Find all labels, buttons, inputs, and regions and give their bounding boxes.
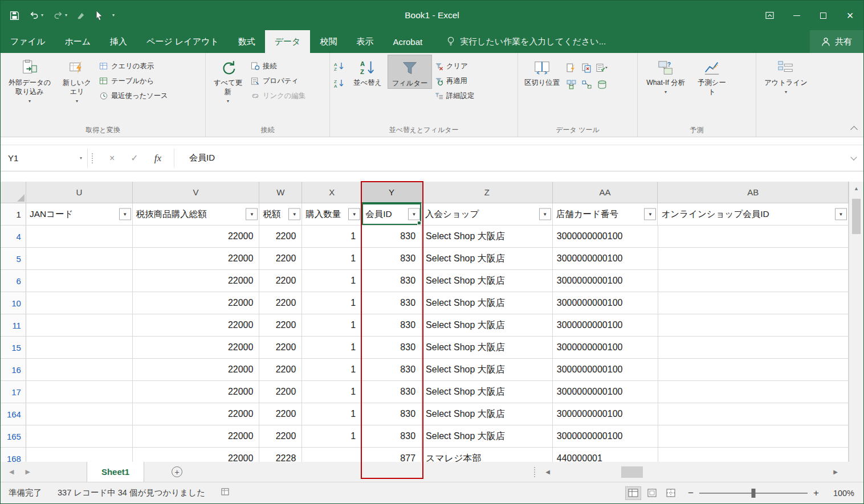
cell-u[interactable] (26, 292, 133, 314)
insert-function-icon[interactable]: fx (154, 153, 161, 164)
formula-input[interactable]: 会員ID (174, 145, 844, 171)
flash-fill-button[interactable] (567, 63, 576, 75)
cell-w[interactable]: 2200 (259, 425, 302, 448)
cell-w[interactable]: 2200 (259, 248, 302, 270)
cell-aa[interactable]: 3000000000100 (553, 226, 658, 248)
cell-ab1[interactable]: オンラインショップ会員ID▼ (658, 203, 849, 226)
cell-x1[interactable]: 購入数量▼ (302, 203, 362, 226)
cell-y[interactable]: 830 (362, 359, 422, 381)
cell-u[interactable] (26, 425, 133, 448)
cell-x[interactable]: 1 (302, 248, 362, 270)
advanced-filter-button[interactable]: 詳細設定 (434, 91, 474, 101)
tab-home[interactable]: ホーム (55, 30, 100, 53)
previous-sheet-icon[interactable]: ◀ (9, 468, 14, 476)
sort-button[interactable]: AZ 並べ替え (348, 55, 388, 88)
qat-customize-icon[interactable]: ▾ (112, 13, 115, 18)
cell-aa[interactable]: 3000000000100 (553, 292, 658, 314)
column-header-v[interactable]: V (133, 182, 260, 203)
connections-button[interactable]: 接続 (251, 62, 305, 71)
cell-z[interactable]: スマレジ本部 (422, 448, 553, 462)
cell-u[interactable] (26, 270, 133, 292)
tab-review[interactable]: 校閲 (310, 30, 347, 53)
cell-aa[interactable]: 3000000000100 (553, 381, 658, 403)
row-header[interactable]: 4 (1, 226, 26, 248)
row-header[interactable]: 165 (1, 425, 26, 448)
cell-z[interactable]: Select Shop 大阪店 (422, 337, 553, 359)
cell-aa[interactable]: 3000000000100 (553, 248, 658, 270)
tab-insert[interactable]: 挿入 (100, 30, 137, 53)
maximize-button[interactable] (810, 1, 837, 30)
cell-y[interactable]: 830 (362, 292, 422, 314)
get-external-data-button[interactable]: 外部データの取り込み ▾ (2, 55, 57, 104)
cell-v[interactable]: 22000 (133, 425, 260, 448)
cell-z[interactable]: Select Shop 大阪店 (422, 425, 553, 448)
from-table-button[interactable]: テーブルから (99, 76, 168, 86)
undo-button[interactable]: ▾ (29, 11, 43, 20)
formula-bar-splitter[interactable] (88, 145, 97, 171)
name-box[interactable]: Y1▾ (1, 145, 87, 171)
filter-dropdown-button[interactable]: ▼ (539, 208, 551, 220)
what-if-analysis-button[interactable]: ? What-If 分析 ▾ (639, 55, 692, 95)
cell-aa[interactable]: 3000000000100 (553, 270, 658, 292)
expand-formula-bar-button[interactable] (844, 145, 863, 171)
close-button[interactable]: × (837, 1, 863, 30)
select-pointer-button[interactable] (95, 11, 103, 21)
row-header[interactable]: 6 (1, 270, 26, 292)
cell-v[interactable]: 22000 (133, 448, 260, 462)
show-queries-button[interactable]: クエリの表示 (99, 62, 168, 71)
cell-ab[interactable] (658, 292, 849, 314)
cell-ab[interactable] (658, 403, 849, 425)
outline-button[interactable]: アウトライン ▾ (761, 55, 810, 95)
cell-ab[interactable] (658, 248, 849, 270)
cell-ab[interactable] (658, 359, 849, 381)
reapply-filter-button[interactable]: 再適用 (434, 76, 474, 86)
tab-view[interactable]: 表示 (347, 30, 383, 53)
horizontal-scrollbar-thumb[interactable] (621, 466, 643, 478)
cell-ab[interactable] (658, 381, 849, 403)
text-to-columns-button[interactable]: 区切り位置 (520, 55, 564, 88)
minimize-button[interactable] (783, 1, 810, 30)
row-header[interactable]: 5 (1, 248, 26, 270)
cell-ab[interactable] (658, 270, 849, 292)
row-header[interactable]: 1 (1, 203, 26, 226)
consolidate-button[interactable] (567, 80, 576, 92)
cell-ab[interactable] (658, 425, 849, 448)
cell-w[interactable]: 2200 (259, 292, 302, 314)
cell-u[interactable] (26, 381, 133, 403)
cell-v[interactable]: 22000 (133, 270, 260, 292)
cell-u[interactable] (26, 448, 133, 462)
cell-aa[interactable]: 3000000000100 (553, 403, 658, 425)
filter-dropdown-button[interactable]: ▼ (246, 208, 258, 220)
add-sheet-button[interactable]: + (172, 466, 182, 477)
cell-z[interactable]: Select Shop 大阪店 (422, 359, 553, 381)
cell-x[interactable] (302, 448, 362, 462)
cell-u[interactable] (26, 403, 133, 425)
row-header[interactable]: 11 (1, 314, 26, 337)
cell-w[interactable]: 2200 (259, 403, 302, 425)
cell-x[interactable]: 1 (302, 270, 362, 292)
cell-x[interactable]: 1 (302, 292, 362, 314)
recent-sources-button[interactable]: 最近使ったソース (99, 91, 168, 101)
cell-z[interactable]: Select Shop 大阪店 (422, 270, 553, 292)
column-header-z[interactable]: Z (422, 182, 553, 203)
cell-v[interactable]: 22000 (133, 292, 260, 314)
ribbon-display-options-button[interactable] (756, 1, 783, 30)
fill-handle[interactable] (417, 221, 421, 225)
row-header[interactable]: 17 (1, 381, 26, 403)
cell-aa[interactable]: 3000000000100 (553, 314, 658, 337)
tab-page-layout[interactable]: ページ レイアウト (137, 30, 229, 53)
zoom-in-button[interactable]: + (813, 487, 819, 499)
cell-ab[interactable] (658, 337, 849, 359)
undo-dropdown-icon[interactable]: ▾ (41, 13, 43, 18)
cell-z[interactable]: Select Shop 大阪店 (422, 381, 553, 403)
relationships-button[interactable] (582, 80, 592, 92)
cell-u[interactable] (26, 226, 133, 248)
vertical-scrollbar[interactable]: ▲ (849, 182, 863, 462)
tab-file[interactable]: ファイル (1, 30, 55, 53)
cell-v[interactable]: 22000 (133, 403, 260, 425)
cell-u[interactable] (26, 337, 133, 359)
properties-button[interactable]: プロパティ (251, 76, 305, 86)
cell-w[interactable]: 2228 (259, 448, 302, 462)
tab-formulas[interactable]: 数式 (229, 30, 265, 53)
share-button[interactable]: 共有 (810, 30, 863, 53)
